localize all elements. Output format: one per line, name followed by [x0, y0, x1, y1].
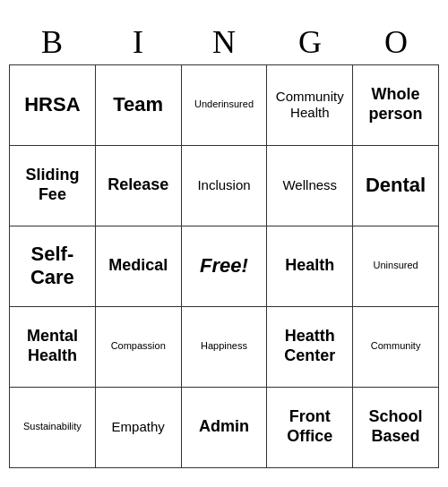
bingo-cell: Inclusion — [182, 146, 268, 226]
bingo-cell: Happiness — [182, 307, 268, 388]
cell-text: HRSA — [24, 93, 80, 116]
bingo-grid: HRSATeamUnderinsuredCommunity HealthWhol… — [9, 64, 439, 468]
bingo-cell: Health — [267, 226, 353, 307]
bingo-cell: Empathy — [96, 388, 182, 468]
cell-text: Inclusion — [197, 177, 250, 193]
bingo-cell: Front Office — [267, 388, 353, 468]
bingo-cell: Whole person — [353, 65, 439, 146]
bingo-letter: G — [267, 20, 353, 64]
cell-text: Empathy — [112, 419, 165, 435]
bingo-letter: N — [181, 20, 267, 64]
cell-text: Happiness — [201, 340, 247, 352]
bingo-letter: B — [9, 20, 95, 64]
cell-text: Medical — [108, 256, 168, 276]
bingo-cell: School Based — [353, 388, 439, 468]
bingo-header: BINGO — [9, 20, 439, 64]
bingo-cell: Community Health — [267, 65, 353, 146]
cell-text: Self-Care — [13, 243, 91, 290]
cell-text: Uninsured — [374, 260, 418, 271]
bingo-cell: Medical — [96, 226, 182, 307]
cell-text: Sustainability — [23, 421, 82, 432]
bingo-cell: Self-Care — [10, 226, 96, 307]
cell-text: School Based — [357, 407, 435, 446]
cell-text: Community Health — [271, 89, 349, 121]
bingo-cell: HRSA — [10, 65, 96, 146]
bingo-cell: Sliding Fee — [10, 146, 96, 226]
cell-text: Compassion — [111, 340, 166, 352]
cell-text: Sliding Fee — [13, 166, 91, 204]
bingo-cell: Release — [96, 146, 182, 226]
bingo-cell: Mental Health — [10, 307, 96, 388]
bingo-cell: Underinsured — [182, 65, 268, 146]
bingo-letter: O — [353, 20, 439, 64]
cell-text: Dental — [366, 174, 426, 197]
cell-text: Wellness — [282, 177, 337, 193]
bingo-cell: Uninsured — [353, 226, 439, 307]
cell-text: Release — [108, 175, 168, 195]
bingo-cell: Admin — [182, 388, 268, 468]
bingo-letter: I — [95, 20, 181, 64]
bingo-cell: Sustainability — [10, 388, 96, 468]
bingo-cell: Dental — [353, 146, 439, 226]
cell-text: Team — [113, 93, 163, 116]
cell-text: Front Office — [271, 407, 349, 446]
bingo-card: BINGO HRSATeamUnderinsuredCommunity Heal… — [9, 20, 439, 468]
bingo-cell: Team — [96, 65, 182, 146]
bingo-cell: Heatth Center — [267, 307, 353, 388]
cell-text: Whole person — [357, 85, 435, 124]
cell-text: Mental Health — [13, 327, 91, 365]
cell-text: Community — [371, 340, 421, 352]
bingo-cell: Community — [353, 307, 439, 388]
cell-text: Heatth Center — [271, 327, 349, 365]
bingo-cell: Wellness — [267, 146, 353, 226]
cell-text: Underinsured — [194, 98, 254, 110]
cell-text: Free! — [200, 254, 248, 278]
bingo-cell: Compassion — [96, 307, 182, 388]
bingo-cell: Free! — [182, 226, 268, 307]
cell-text: Health — [285, 256, 334, 276]
cell-text: Admin — [199, 417, 249, 437]
